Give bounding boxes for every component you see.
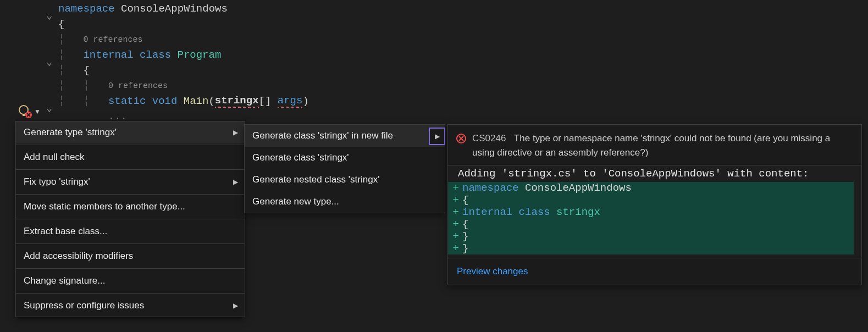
chevron-right-icon: ▶ — [233, 178, 238, 186]
menu-item-add-null-check[interactable]: Add null check — [16, 146, 245, 168]
diff-preview: Adding 'stringx.cs' to 'ConsoleAppWindow… — [448, 165, 861, 258]
menu-item-label: Generate class 'stringx' in new file — [252, 130, 393, 141]
chevron-down-icon[interactable]: ⌄ — [46, 9, 52, 22]
menu-item-suppress[interactable]: Suppress or configure issues ▶ — [16, 295, 245, 317]
keyword-internal: internal — [83, 49, 133, 61]
submenu-item-new-file[interactable]: Generate class 'stringx' in new file — [245, 125, 445, 147]
chevron-right-icon: ▶ — [233, 302, 238, 309]
chevron-down-icon[interactable]: ⌄ — [46, 55, 52, 68]
keyword-namespace: namespace — [58, 3, 115, 15]
codelens[interactable]: 0 references — [108, 81, 168, 91]
brace-open: { — [83, 64, 89, 76]
error-code[interactable]: CS0246 — [472, 133, 506, 143]
error-message: The type or namespace name 'stringx' cou… — [472, 133, 830, 158]
submenu-expand-icon[interactable]: ▶ — [429, 128, 445, 145]
menu-item-change-signature[interactable]: Change signature... — [16, 270, 245, 292]
menu-item-label: Add null check — [24, 152, 85, 163]
diff-header: Adding 'stringx.cs' to 'ConsoleAppWindow… — [448, 165, 861, 182]
menu-item-label: Move static members to another type... — [24, 201, 185, 212]
chevron-down-icon[interactable]: ▼ — [34, 108, 41, 115]
brace-open: { — [58, 18, 64, 30]
menu-item-label: Change signature... — [24, 275, 105, 286]
preview-changes-link[interactable]: Preview changes — [448, 258, 861, 285]
submenu-item-generate-class[interactable]: Generate class 'stringx' — [245, 147, 445, 169]
submenu-item-nested-class[interactable]: Generate nested class 'stringx' — [245, 169, 445, 191]
fix-preview-panel: CS0246 The type or namespace name 'strin… — [447, 124, 862, 285]
submenu-item-new-type[interactable]: Generate new type... — [245, 191, 445, 213]
namespace-name: ConsoleAppWindows — [121, 3, 228, 15]
menu-item-label: Generate new type... — [252, 196, 339, 207]
param-args: args — [278, 95, 303, 108]
code-editor[interactable]: ⌄ namespace ConsoleAppWindows { ╎ 0 refe… — [0, 0, 868, 124]
menu-item-fix-typo[interactable]: Fix typo 'stringx' ▶ — [16, 171, 245, 193]
method-name: Main — [184, 95, 209, 107]
quick-actions-menu: Generate type 'stringx' ▶ Add null check… — [15, 121, 245, 317]
menu-item-label: Generate type 'stringx' — [24, 127, 117, 138]
generate-type-submenu: Generate class 'stringx' in new file Gen… — [244, 124, 445, 213]
menu-item-label: Add accessibility modifiers — [24, 251, 133, 262]
menu-item-move-static[interactable]: Move static members to another type... — [16, 196, 245, 218]
menu-item-add-accessibility[interactable]: Add accessibility modifiers — [16, 245, 245, 267]
chevron-right-icon: ▶ — [233, 129, 238, 136]
class-name: Program — [178, 49, 222, 61]
menu-item-generate-type[interactable]: Generate type 'stringx' ▶ — [16, 121, 245, 143]
menu-item-label: Generate class 'stringx' — [252, 152, 349, 163]
chevron-down-icon[interactable]: ⌄ — [46, 101, 52, 114]
lightbulb-error-icon[interactable] — [18, 104, 32, 119]
keyword-class: class — [140, 49, 171, 61]
keyword-void: void — [152, 95, 178, 107]
svg-rect-1 — [23, 114, 25, 116]
error-icon — [456, 133, 467, 148]
menu-item-label: Extract base class... — [24, 226, 107, 237]
menu-item-label: Suppress or configure issues — [24, 300, 144, 311]
menu-item-label: Fix typo 'stringx' — [24, 176, 90, 187]
menu-item-extract-base[interactable]: Extract base class... — [16, 220, 245, 242]
error-token-stringx[interactable]: stringx — [215, 95, 259, 108]
keyword-static: static — [108, 95, 146, 107]
menu-item-label: Generate nested class 'stringx' — [252, 174, 379, 185]
codelens[interactable]: 0 references — [83, 35, 142, 45]
